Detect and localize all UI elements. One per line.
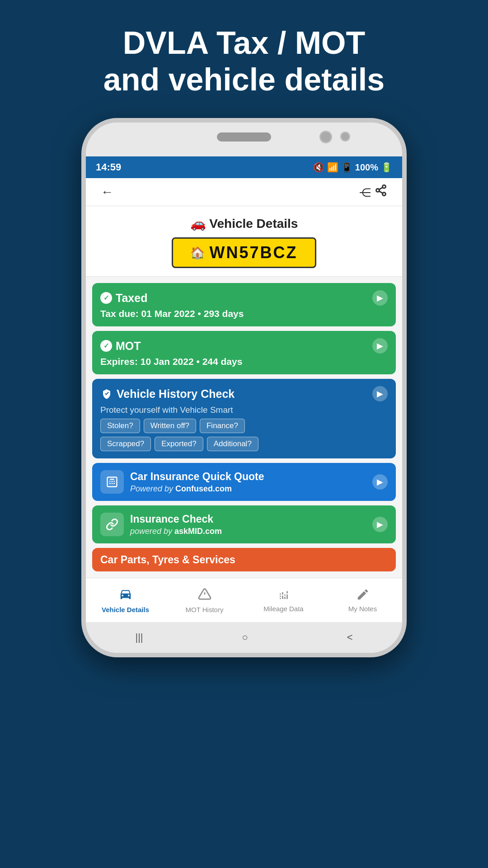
svg-line-3 xyxy=(379,191,383,193)
phone-screen: 14:59 🔇 📶 📱 100% 🔋 ← ⋲ xyxy=(86,156,402,622)
taxed-subtitle: Tax due: 01 Mar 2022 • 293 days xyxy=(100,308,388,319)
badge-finance[interactable]: Finance? xyxy=(200,419,245,433)
calculator-icon-box xyxy=(100,470,124,494)
insurance-check-card[interactable]: Insurance Check powered by askMID.com ▶ xyxy=(92,505,396,543)
taxed-chevron[interactable]: ▶ xyxy=(372,290,388,306)
status-time: 14:59 xyxy=(96,161,121,173)
insurance-quote-card[interactable]: Car Insurance Quick Quote Powered by Con… xyxy=(92,463,396,501)
mot-subtitle: Expires: 10 Jan 2022 • 244 days xyxy=(100,356,388,367)
insurance-check-title: Insurance Check xyxy=(130,513,366,525)
phone-frame: 14:59 🔇 📶 📱 100% 🔋 ← ⋲ xyxy=(81,118,407,657)
insurance-check-powered: powered by askMID.com xyxy=(130,527,366,536)
shield-icon xyxy=(100,387,113,400)
badge-written-off[interactable]: Written off? xyxy=(144,419,196,433)
cards-area: ✓ Taxed ▶ Tax due: 01 Mar 2022 • 293 day… xyxy=(86,277,402,578)
badges-row-2: Scrapped? Exported? Additional? xyxy=(100,437,388,451)
phone-top xyxy=(86,123,402,156)
insurance-quote-powered: Powered by Confused.com xyxy=(130,484,366,494)
tab-mot-history[interactable]: MOT History xyxy=(165,587,244,613)
link-icon-box xyxy=(100,513,124,536)
phone-bottom-bar: ||| ○ < xyxy=(86,622,402,653)
tab-vehicle-label: Vehicle Details xyxy=(102,606,149,613)
tab-mileage-label: Mileage Data xyxy=(263,605,303,613)
mot-card[interactable]: ✓ MOT ▶ Expires: 10 Jan 2022 • 244 days xyxy=(92,331,396,374)
gesture-home[interactable]: ○ xyxy=(242,632,248,643)
battery-icon: 🔋 xyxy=(381,162,392,173)
wifi-icon: 📶 xyxy=(327,162,338,173)
share-button[interactable]: ⋲ xyxy=(356,180,391,203)
insurance-quote-text: Car Insurance Quick Quote Powered by Con… xyxy=(130,471,366,494)
car-parts-title: Car Parts, Tyres & Services xyxy=(100,554,235,566)
svg-line-4 xyxy=(379,188,383,190)
header-title: DVLA Tax / MOT and vehicle details xyxy=(103,25,385,98)
tab-mot-label: MOT History xyxy=(186,606,224,613)
back-button[interactable]: ← xyxy=(97,181,117,203)
status-icons: 🔇 📶 📱 100% 🔋 xyxy=(313,162,392,173)
app-header: DVLA Tax / MOT and vehicle details xyxy=(76,25,412,98)
history-title: Vehicle History Check xyxy=(100,387,235,401)
badge-additional[interactable]: Additional? xyxy=(207,437,258,451)
license-plate: 🏠 WN57BCZ xyxy=(172,237,316,268)
insurance-quote-chevron[interactable]: ▶ xyxy=(372,474,388,490)
taxed-card[interactable]: ✓ Taxed ▶ Tax due: 01 Mar 2022 • 293 day… xyxy=(92,283,396,326)
tab-notes-label: My Notes xyxy=(348,605,377,613)
gesture-recent[interactable]: < xyxy=(347,632,353,643)
insurance-check-chevron[interactable]: ▶ xyxy=(372,517,388,532)
vehicle-details-icon xyxy=(119,587,132,604)
battery-text: 100% xyxy=(355,162,378,173)
history-chevron[interactable]: ▶ xyxy=(372,386,388,401)
tab-mileage-data[interactable]: Mileage Data xyxy=(244,588,323,613)
badges-row-1: Stolen? Written off? Finance? xyxy=(100,419,388,433)
mileage-icon xyxy=(277,588,291,603)
page-header: 🚗 Vehicle Details 🏠 WN57BCZ xyxy=(86,206,402,277)
taxed-title: ✓ Taxed xyxy=(100,292,147,305)
notes-icon xyxy=(356,588,370,603)
tab-my-notes[interactable]: My Notes xyxy=(323,588,402,613)
plate-number: WN57BCZ xyxy=(209,243,297,262)
insurance-check-text: Insurance Check powered by askMID.com xyxy=(130,513,366,536)
back-icon: ← xyxy=(101,185,113,199)
app-nav-bar: ← ⋲ xyxy=(86,178,402,206)
share-icon: ⋲ xyxy=(359,186,371,199)
bottom-tab-bar: Vehicle Details MOT History Mileage Data xyxy=(86,578,402,622)
badge-stolen[interactable]: Stolen? xyxy=(100,419,140,433)
status-bar: 14:59 🔇 📶 📱 100% 🔋 xyxy=(86,156,402,178)
plate-container: 🏠 WN57BCZ xyxy=(99,237,389,268)
history-card[interactable]: Vehicle History Check ▶ Protect yourself… xyxy=(92,379,396,458)
tab-vehicle-details[interactable]: Vehicle Details xyxy=(86,587,165,613)
signal-icon: 📱 xyxy=(341,162,352,173)
badge-scrapped[interactable]: Scrapped? xyxy=(100,437,151,451)
phone-speaker xyxy=(217,132,271,142)
gesture-back[interactable]: ||| xyxy=(135,632,143,643)
mot-title: ✓ MOT xyxy=(100,340,141,353)
mot-history-icon xyxy=(198,587,211,604)
history-subtitle: Protect yourself with Vehicle Smart xyxy=(100,405,388,415)
car-parts-card[interactable]: Car Parts, Tyres & Services xyxy=(92,548,396,571)
insurance-quote-title: Car Insurance Quick Quote xyxy=(130,471,366,483)
badge-exported[interactable]: Exported? xyxy=(155,437,203,451)
phone-camera-2 xyxy=(340,132,350,142)
mot-check-icon: ✓ xyxy=(100,340,112,352)
mot-chevron[interactable]: ▶ xyxy=(372,338,388,354)
mute-icon: 🔇 xyxy=(313,162,324,173)
phone-camera-1 xyxy=(319,131,332,143)
taxed-check-icon: ✓ xyxy=(100,292,112,304)
plate-garage-icon: 🏠 xyxy=(190,246,205,260)
page-title: 🚗 Vehicle Details xyxy=(99,216,389,231)
